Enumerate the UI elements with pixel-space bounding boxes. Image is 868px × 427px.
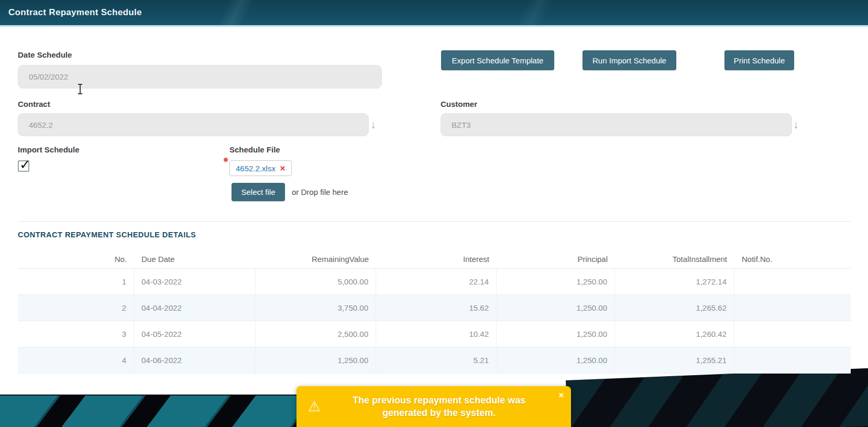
titlebar-accent-line xyxy=(0,25,868,27)
schedule-file-chip: 4652.2.xlsx ✕ xyxy=(229,160,292,176)
cell-notif-no xyxy=(734,347,851,373)
col-header-principal: Principal xyxy=(497,250,615,268)
table-row[interactable]: 3 04-05-2022 2,500.00 10.42 1,250.00 1,2… xyxy=(18,321,851,347)
remove-file-icon[interactable]: ✕ xyxy=(280,165,285,172)
select-file-button[interactable]: Select file xyxy=(232,183,285,201)
schedule-file-label: Schedule File xyxy=(229,145,280,154)
contract-input[interactable] xyxy=(18,113,369,136)
cell-due-date: 04-03-2022 xyxy=(134,269,256,294)
cell-principal: 1,250.00 xyxy=(497,347,615,373)
drop-file-hint: or Drop file here xyxy=(292,188,348,196)
table-row[interactable]: 4 04-06-2022 1,250.00 5.21 1,250.00 1,25… xyxy=(18,347,851,374)
col-header-remaining-value: RemainingValue xyxy=(256,250,376,268)
cell-principal: 1,250.00 xyxy=(497,269,615,294)
table-header-row: No. Due Date RemainingValue Interest Pri… xyxy=(18,250,851,269)
cell-interest: 22.14 xyxy=(376,269,497,294)
details-section-heading: CONTRACT REPAYMENT SCHEDULE DETAILS xyxy=(18,231,196,239)
cell-interest: 15.62 xyxy=(376,295,497,321)
col-header-due-date: Due Date xyxy=(134,250,256,268)
titlebar: Contract Repayment Schedule xyxy=(0,0,868,25)
table-row[interactable]: 2 04-04-2022 3,750.00 15.62 1,250.00 1,2… xyxy=(18,295,851,321)
contract-label: Contract xyxy=(18,100,50,108)
cell-total-installment: 1,265.62 xyxy=(615,295,734,321)
run-import-schedule-button[interactable]: Run Import Schedule xyxy=(583,50,676,70)
cell-remaining-value: 5,000.00 xyxy=(256,269,376,294)
cell-no: 1 xyxy=(18,269,134,294)
col-header-notif-no: Notif.No. xyxy=(734,250,851,268)
cell-remaining-value: 1,250.00 xyxy=(256,347,376,373)
customer-dropdown-arrow-icon[interactable]: ↓ xyxy=(793,119,799,130)
table-row[interactable]: 1 04-03-2022 5,000.00 22.14 1,250.00 1,2… xyxy=(18,269,851,295)
cell-notif-no xyxy=(734,295,851,321)
col-header-interest: Interest xyxy=(376,250,497,268)
cell-remaining-value: 3,750.00 xyxy=(256,295,376,321)
col-header-no: No. xyxy=(18,250,134,268)
col-header-total-installment: TotalInstallment xyxy=(615,250,734,268)
cell-interest: 5.21 xyxy=(376,347,497,373)
page-title: Contract Repayment Schedule xyxy=(0,7,142,18)
import-schedule-label: Import Schedule xyxy=(18,145,80,154)
export-schedule-template-button[interactable]: Export Schedule Template xyxy=(441,50,554,70)
warning-toast: ⚠ The previous repayment schedule was ge… xyxy=(296,386,571,427)
cell-no: 2 xyxy=(18,295,134,321)
cell-principal: 1,250.00 xyxy=(497,321,615,347)
cell-total-installment: 1,272.14 xyxy=(615,269,734,294)
import-schedule-checkbox[interactable]: ✓ xyxy=(18,160,29,172)
cell-due-date: 04-05-2022 xyxy=(134,321,256,347)
cell-remaining-value: 2,500.00 xyxy=(256,321,376,347)
cell-due-date: 04-04-2022 xyxy=(134,295,256,321)
cell-due-date: 04-06-2022 xyxy=(134,347,256,373)
required-dot-icon xyxy=(224,158,228,162)
toast-message: The previous repayment schedule was gene… xyxy=(345,394,547,419)
cell-no: 4 xyxy=(18,347,134,373)
contract-dropdown-arrow-icon[interactable]: ↓ xyxy=(370,119,376,130)
cell-total-installment: 1,260.42 xyxy=(615,321,734,347)
customer-label: Customer xyxy=(441,100,477,108)
cell-principal: 1,250.00 xyxy=(497,295,615,321)
file-name: 4652.2.xlsx xyxy=(236,164,276,173)
warning-icon: ⚠ xyxy=(308,400,321,414)
cell-total-installment: 1,255.21 xyxy=(615,347,734,373)
section-divider xyxy=(18,221,851,222)
contract-repayment-schedule-page: Contract Repayment Schedule Date Schedul… xyxy=(0,0,868,427)
cell-notif-no xyxy=(734,321,851,347)
date-schedule-input[interactable] xyxy=(18,65,382,89)
cell-interest: 10.42 xyxy=(376,321,497,347)
check-icon: ✓ xyxy=(19,157,31,173)
cell-notif-no xyxy=(734,269,851,294)
cell-no: 3 xyxy=(18,321,134,347)
date-schedule-label: Date Schedule xyxy=(18,50,72,59)
customer-input[interactable] xyxy=(441,113,792,136)
text-cursor-ibeam xyxy=(78,84,83,94)
repayment-schedule-table: No. Due Date RemainingValue Interest Pri… xyxy=(18,250,851,374)
print-schedule-button[interactable]: Print Schedule xyxy=(724,50,794,70)
toast-close-icon[interactable]: ✕ xyxy=(558,392,564,399)
